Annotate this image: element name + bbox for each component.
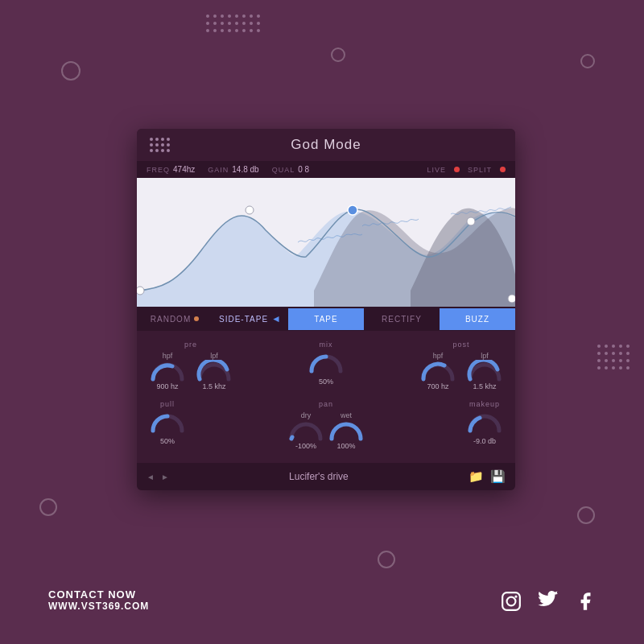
pull-knob[interactable] bbox=[150, 411, 185, 437]
svg-point-1 bbox=[137, 287, 144, 295]
wet-arc bbox=[328, 419, 364, 442]
pre-knobs: hpf 900 hz lpf 1.5 khz bbox=[150, 352, 232, 390]
deco-circle-2 bbox=[331, 47, 345, 62]
mode-buttons: RANDOM SIDE-TAPE ◄ TAPE RECTIFY BUZZ bbox=[137, 307, 515, 331]
makeup-knob[interactable] bbox=[467, 411, 502, 437]
svg-point-2 bbox=[246, 206, 254, 214]
post-hpf-knob[interactable]: hpf 700 hz bbox=[420, 352, 456, 390]
mode-btn-rectify[interactable]: RECTIFY bbox=[364, 308, 440, 330]
dry-wet-knobs: dry -100% wet 100% bbox=[288, 411, 364, 450]
post-lpf-knob[interactable]: lpf 1.5 khz bbox=[467, 352, 502, 390]
eq-display[interactable] bbox=[137, 178, 515, 307]
plugin-header: God Mode bbox=[137, 129, 515, 161]
live-indicator bbox=[454, 167, 460, 172]
prev-button[interactable]: ◄ bbox=[147, 473, 155, 481]
dry-arc bbox=[288, 419, 324, 442]
freq-info: FREQ 474hz bbox=[147, 165, 195, 174]
pull-group: pull 50% bbox=[150, 400, 185, 445]
plugin-container: God Mode FREQ 474hz GAIN 14.8 db QUAL 0 … bbox=[137, 129, 515, 490]
dots-grid-icon bbox=[150, 138, 172, 152]
makeup-arc bbox=[467, 411, 502, 434]
dry-knob[interactable]: dry -100% bbox=[288, 411, 324, 450]
makeup-group: makeup -9.0 db bbox=[467, 400, 502, 445]
post-knobs: hpf 700 hz lpf 1.5 khz bbox=[420, 352, 502, 390]
deco-circle-5 bbox=[378, 551, 395, 568]
dot-grid-right bbox=[597, 345, 631, 371]
right-controls: LIVE SPLIT bbox=[427, 166, 506, 174]
social-icons bbox=[501, 591, 596, 612]
post-lpf-arc bbox=[467, 360, 502, 382]
eq-svg bbox=[137, 178, 515, 307]
preset-name: Lucifer's drive bbox=[175, 471, 462, 482]
wet-knob[interactable]: wet 100% bbox=[328, 411, 364, 450]
controls-area: pre hpf 900 hz lpf bbox=[137, 331, 515, 463]
mode-btn-random[interactable]: RANDOM bbox=[137, 308, 213, 330]
facebook-icon[interactable] bbox=[575, 591, 596, 612]
pan-dry-wet-group: pan dry -100% wet bbox=[288, 400, 364, 450]
mode-btn-buzz[interactable]: BUZZ bbox=[440, 308, 515, 330]
deco-circle-6 bbox=[577, 506, 595, 524]
twitter-icon[interactable] bbox=[538, 591, 559, 612]
svg-point-5 bbox=[508, 295, 515, 303]
dot-grid-top bbox=[206, 14, 262, 34]
pre-group: pre hpf 900 hz lpf bbox=[150, 341, 232, 390]
mode-btn-side-tape[interactable]: SIDE-TAPE ◄ bbox=[213, 307, 288, 331]
svg-rect-6 bbox=[502, 592, 520, 610]
svg-point-3 bbox=[348, 205, 357, 215]
pull-arc bbox=[150, 411, 185, 434]
pre-lpf-arc bbox=[196, 360, 232, 382]
mode-btn-tape[interactable]: TAPE bbox=[288, 308, 364, 330]
next-button[interactable]: ► bbox=[161, 473, 169, 481]
bottom-bar: ◄ ► Lucifer's drive 📁 💾 bbox=[137, 463, 515, 490]
mix-knob[interactable] bbox=[308, 352, 344, 378]
pre-hpf-arc bbox=[150, 360, 185, 382]
svg-point-4 bbox=[467, 217, 475, 225]
folder-icon[interactable]: 📁 bbox=[469, 469, 484, 484]
website-text: WWW.VST369.COM bbox=[48, 601, 149, 612]
gain-info: GAIN 14.8 db bbox=[208, 165, 258, 174]
pre-hpf-knob[interactable]: hpf 900 hz bbox=[150, 352, 185, 390]
save-icon[interactable]: 💾 bbox=[490, 469, 506, 484]
info-bar: FREQ 474hz GAIN 14.8 db QUAL 0 8 LIVE SP… bbox=[137, 161, 515, 178]
footer: CONTACT NOW WWW.VST369.COM bbox=[48, 588, 149, 612]
post-hpf-arc bbox=[420, 360, 456, 382]
post-group: post hpf 700 hz lpf bbox=[420, 341, 502, 390]
deco-circle-3 bbox=[580, 54, 595, 68]
mix-group: mix 50% bbox=[308, 341, 344, 386]
mix-arc bbox=[308, 352, 344, 374]
pre-lpf-knob[interactable]: lpf 1.5 khz bbox=[196, 352, 232, 390]
split-indicator bbox=[500, 167, 506, 172]
deco-circle-4 bbox=[39, 498, 57, 516]
contact-text: CONTACT NOW bbox=[48, 588, 149, 601]
deco-circle-1 bbox=[61, 61, 80, 80]
instagram-icon[interactable] bbox=[501, 591, 522, 612]
random-indicator bbox=[194, 316, 199, 321]
svg-point-8 bbox=[514, 595, 517, 597]
bottom-icons: 📁 💾 bbox=[469, 469, 506, 484]
plugin-title: God Mode bbox=[291, 137, 361, 153]
qual-info: QUAL 0 8 bbox=[272, 165, 309, 174]
svg-point-7 bbox=[507, 597, 516, 606]
